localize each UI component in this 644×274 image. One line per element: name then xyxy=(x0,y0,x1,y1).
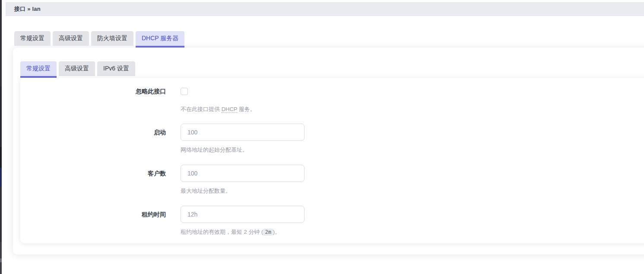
subtab-ipv6-settings[interactable]: IPv6 设置 xyxy=(97,61,135,78)
subtab-general-settings[interactable]: 常规设置 xyxy=(20,61,57,78)
start-input[interactable] xyxy=(181,124,305,141)
window-edge-segment xyxy=(0,168,2,187)
lease-time-description: 租约地址的有效期，最短 2 分钟 (2m)。 xyxy=(181,228,305,236)
tab-firewall-settings[interactable]: 防火墙设置 xyxy=(91,31,133,48)
limit-input[interactable] xyxy=(181,165,305,182)
dhcp-sub-tab-bar: 常规设置 高级设置 IPv6 设置 xyxy=(20,61,644,78)
tab-general-settings[interactable]: 常规设置 xyxy=(14,31,51,48)
ignore-interface-description: 不在此接口提供 DHCP 服务。 xyxy=(181,105,256,113)
dhcp-abbr: DHCP xyxy=(222,106,238,113)
breadcrumb: 接口 » lan xyxy=(14,5,41,13)
lease-time-input[interactable] xyxy=(181,206,305,223)
limit-label: 客户数 xyxy=(20,165,166,195)
window-edge-segment xyxy=(0,242,2,274)
form-row-limit: 客户数 最大地址分配数量。 xyxy=(20,165,644,195)
window-edge-strip xyxy=(0,0,2,274)
start-label: 启动 xyxy=(20,124,166,154)
subtab-advanced-settings[interactable]: 高级设置 xyxy=(59,61,95,78)
window-edge-segment xyxy=(0,258,2,262)
window-edge-segment xyxy=(0,147,2,168)
window-edge-segment xyxy=(0,86,2,147)
form-row-lease-time: 租约时间 租约地址的有效期，最短 2 分钟 (2m)。 xyxy=(20,206,644,236)
lease-time-label: 租约时间 xyxy=(20,206,166,236)
form-row-ignore-interface: 忽略此接口 不在此接口提供 DHCP 服务。 xyxy=(20,87,644,113)
tab-advanced-settings[interactable]: 高级设置 xyxy=(53,31,89,48)
form-row-start: 启动 网络地址的起始分配基址。 xyxy=(20,124,644,154)
dhcp-general-form: 忽略此接口 不在此接口提供 DHCP 服务。 启动 网络地址的起始分配基址。 客… xyxy=(20,78,644,243)
ignore-interface-checkbox[interactable] xyxy=(181,88,188,95)
page-content: 常规设置 高级设置 防火墙设置 DHCP 服务器 常规设置 高级设置 IPv6 … xyxy=(0,16,644,255)
dhcp-server-panel: 常规设置 高级设置 IPv6 设置 忽略此接口 不在此接口提供 DHCP 服务。… xyxy=(13,48,644,255)
lease-time-code: 2m xyxy=(263,229,273,236)
main-tab-bar: 常规设置 高级设置 防火墙设置 DHCP 服务器 xyxy=(14,31,644,48)
tab-dhcp-server[interactable]: DHCP 服务器 xyxy=(136,31,184,48)
breadcrumb-bar: 接口 » lan xyxy=(6,2,644,16)
limit-description: 最大地址分配数量。 xyxy=(181,187,305,195)
ignore-interface-label: 忽略此接口 xyxy=(20,87,166,113)
start-description: 网络地址的起始分配基址。 xyxy=(181,146,305,154)
